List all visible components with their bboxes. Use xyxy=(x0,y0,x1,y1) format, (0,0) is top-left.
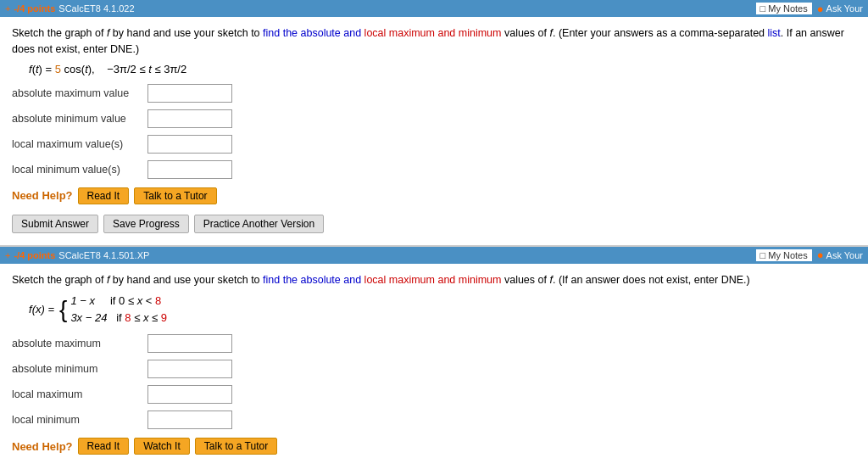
abs-min-input2[interactable] xyxy=(147,360,232,378)
brace-icon: { xyxy=(59,298,67,321)
talk-to-tutor-button2[interactable]: Talk to a Tutor xyxy=(195,438,277,455)
abs-max-label2: absolute maximum xyxy=(12,338,147,349)
ask-your-label: Ask Your xyxy=(826,3,863,14)
abs-max-input2[interactable] xyxy=(147,334,232,353)
loc-max-label: local maximum value(s) xyxy=(12,138,147,150)
read-it-button2[interactable]: Read It xyxy=(78,438,130,455)
action-row1: Submit Answer Save Progress Practice Ano… xyxy=(12,215,856,233)
loc-max-row2: local maximum xyxy=(12,385,856,404)
brace-line-2: 3x − 24 if 8 ≤ x ≤ 9 xyxy=(70,310,167,327)
question2-function: f(x) = { 1 − x if 0 ≤ x < 8 3x − 24 if 8… xyxy=(29,293,856,326)
brace-line-1: 1 − x if 0 ≤ x < 8 xyxy=(70,293,167,310)
my-notes-button[interactable]: □ My Notes xyxy=(756,3,812,14)
question1-header: + -/4 points SCalcET8 4.1.022 □ My Notes… xyxy=(0,0,868,17)
question2-points-section: + -/4 points SCalcET8 4.1.501.XP xyxy=(5,250,149,260)
question2-right-actions: □ My Notes ● Ask Your xyxy=(756,249,863,261)
question2-source: SCalcET8 4.1.501.XP xyxy=(58,250,149,260)
abs-min-label2: absolute minimum xyxy=(12,363,147,375)
question2-points: -/4 points xyxy=(14,250,55,260)
loc-max-label2: local maximum xyxy=(12,388,147,400)
question1-text: Sketch the graph of f by hand and use yo… xyxy=(12,25,856,58)
need-help-label2: Need Help? xyxy=(12,440,73,453)
abs-max-row: absolute maximum value xyxy=(12,84,856,103)
question1-block: Sketch the graph of f by hand and use yo… xyxy=(0,17,868,247)
question1-function: f(t) = 5 cos(t), −3π/2 ≤ t ≤ 3π/2 xyxy=(29,63,856,75)
question1-points: -/4 points xyxy=(14,3,55,14)
brace-function-lines: 1 − x if 0 ≤ x < 8 3x − 24 if 8 ≤ x ≤ 9 xyxy=(70,293,167,326)
loc-min-input[interactable] xyxy=(147,160,232,179)
abs-min-row: absolute minimum value xyxy=(12,109,856,128)
abs-min-row2: absolute minimum xyxy=(12,360,856,378)
submit-answer-button[interactable]: Submit Answer xyxy=(12,215,98,233)
need-help-section1: Need Help? Read It Talk to a Tutor xyxy=(12,187,856,204)
loc-min-row: local minimum value(s) xyxy=(12,160,856,179)
loc-min-row2: local minimum xyxy=(12,411,856,429)
my-notes-checkbox-icon: □ xyxy=(760,3,766,14)
loc-max-input2[interactable] xyxy=(147,385,232,404)
loc-min-input2[interactable] xyxy=(147,411,232,429)
watch-it-button2[interactable]: Watch It xyxy=(134,438,190,455)
my-notes-button2[interactable]: □ My Notes xyxy=(756,249,812,261)
loc-min-label: local minimum value(s) xyxy=(12,164,147,176)
question2-block: Sketch the graph of f by hand and use yo… xyxy=(0,264,868,459)
ask-your-plus-icon: ● xyxy=(817,3,824,15)
need-help-section2: Need Help? Read It Watch It Talk to a Tu… xyxy=(12,438,856,455)
ask-your-plus-icon2: ● xyxy=(817,249,824,261)
abs-min-input[interactable] xyxy=(147,109,232,128)
question2-text: Sketch the graph of f by hand and use yo… xyxy=(12,272,856,288)
abs-max-label: absolute maximum value xyxy=(12,87,147,99)
abs-min-label: absolute minimum value xyxy=(12,113,147,125)
loc-min-label2: local minimum xyxy=(12,414,147,426)
loc-max-row: local maximum value(s) xyxy=(12,135,856,154)
points-icon2: + xyxy=(5,250,10,260)
question1-source: SCalcET8 4.1.022 xyxy=(58,3,134,14)
loc-max-input[interactable] xyxy=(147,135,232,154)
question1-right-actions: □ My Notes ● Ask Your xyxy=(756,3,863,15)
my-notes-label2: My Notes xyxy=(768,250,807,260)
save-progress-button[interactable]: Save Progress xyxy=(103,215,189,233)
practice-another-button[interactable]: Practice Another Version xyxy=(194,215,324,233)
need-help-label1: Need Help? xyxy=(12,189,73,202)
ask-your-button[interactable]: ● Ask Your xyxy=(817,3,863,15)
ask-your-label2: Ask Your xyxy=(826,250,863,260)
my-notes-label: My Notes xyxy=(768,3,807,14)
abs-max-input[interactable] xyxy=(147,84,232,103)
question1-points-section: + -/4 points SCalcET8 4.1.022 xyxy=(5,3,135,14)
talk-to-tutor-button1[interactable]: Talk to a Tutor xyxy=(134,187,216,204)
points-icon: + xyxy=(5,3,10,14)
my-notes-checkbox-icon2: □ xyxy=(760,250,766,260)
abs-max-row2: absolute maximum xyxy=(12,334,856,353)
question2-header: + -/4 points SCalcET8 4.1.501.XP □ My No… xyxy=(0,247,868,264)
ask-your-button2[interactable]: ● Ask Your xyxy=(817,249,863,261)
read-it-button1[interactable]: Read It xyxy=(78,187,130,204)
